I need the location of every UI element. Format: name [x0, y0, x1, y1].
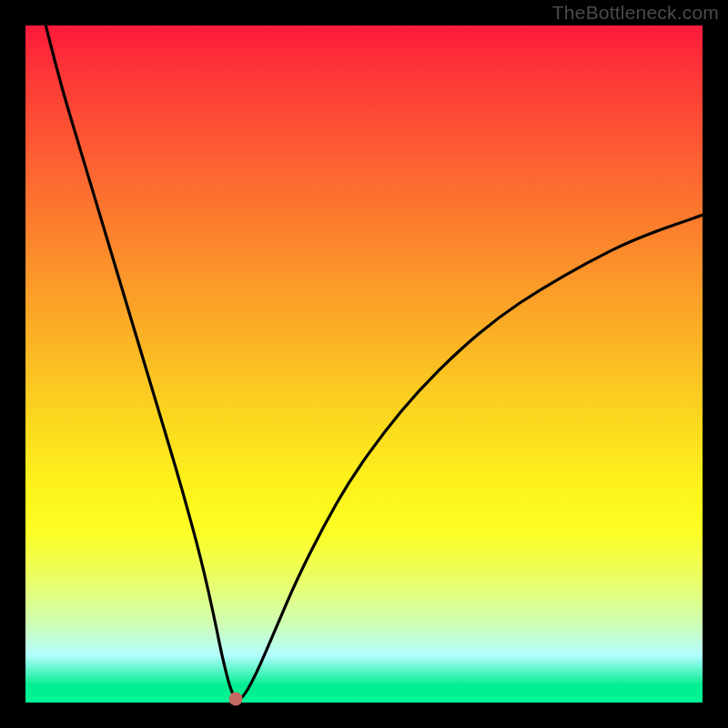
bottleneck-curve-line — [46, 25, 703, 699]
optimal-point-marker — [228, 693, 242, 706]
watermark-text: TheBottleneck.com — [552, 2, 719, 24]
curve-svg — [25, 25, 703, 703]
plot-area — [25, 25, 703, 703]
chart-container: TheBottleneck.com — [0, 0, 728, 728]
